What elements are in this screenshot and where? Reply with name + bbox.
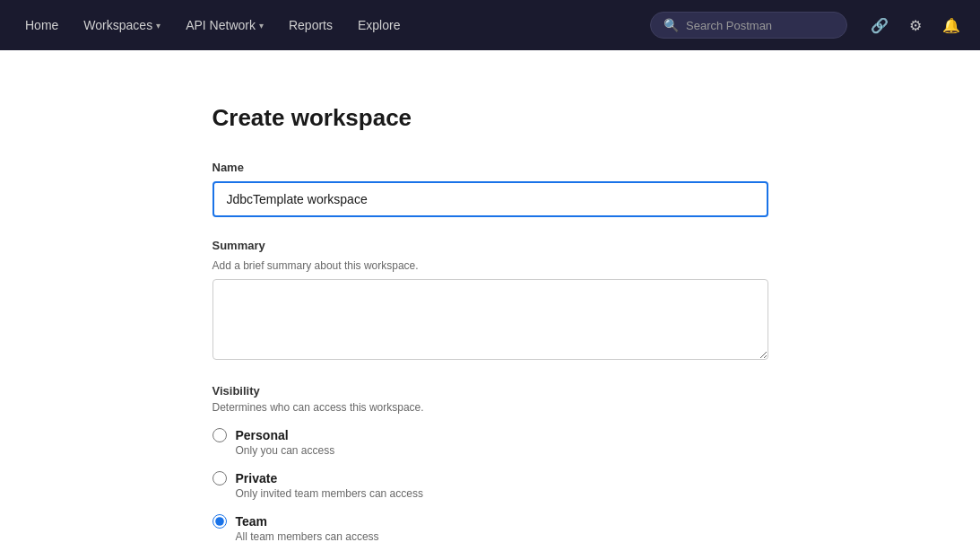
api-network-nav-item[interactable]: API Network ▾ [175,13,274,38]
summary-field-group: Summary Add a brief summary about this w… [212,239,768,363]
visibility-personal-label: Personal [236,428,289,442]
api-network-label: API Network [186,18,256,32]
workspaces-label: Workspaces [83,18,152,32]
nav-icons: 🔗 ⚙ 🔔 [865,11,966,39]
summary-textarea[interactable] [212,279,768,360]
workspaces-nav-item[interactable]: Workspaces ▾ [73,13,171,38]
visibility-private-radio[interactable] [212,471,227,485]
link-icon-button[interactable]: 🔗 [865,11,894,39]
workspaces-chevron-icon: ▾ [156,21,160,31]
search-icon: 🔍 [663,18,679,32]
explore-label: Explore [358,18,400,32]
visibility-team-option: Team All team members can access [212,514,768,543]
workspace-name-input[interactable] [212,181,768,217]
name-label: Name [212,161,768,174]
explore-nav-item[interactable]: Explore [347,13,411,38]
settings-icon-button[interactable]: ⚙ [901,11,930,39]
home-label: Home [25,18,58,32]
visibility-team-description: All team members can access [236,530,768,543]
visibility-personal-radio[interactable] [212,428,227,442]
visibility-hint: Determines who can access this workspace… [212,401,768,414]
create-workspace-form: Create workspace Name Summary Add a brie… [212,104,768,551]
api-network-chevron-icon: ▾ [259,21,264,31]
visibility-team-radio[interactable] [212,514,227,529]
visibility-private-option: Private Only invited team members can ac… [212,471,768,500]
name-field-group: Name [212,161,768,217]
home-nav-item[interactable]: Home [14,13,69,38]
visibility-personal-option: Personal Only you can access [212,428,768,457]
reports-nav-item[interactable]: Reports [278,13,343,38]
page-title: Create workspace [212,104,768,132]
visibility-personal-description: Only you can access [236,444,768,457]
bell-icon: 🔔 [942,17,960,34]
notifications-icon-button[interactable]: 🔔 [937,11,966,39]
link-icon: 🔗 [871,17,889,34]
reports-label: Reports [289,18,333,32]
search-bar[interactable]: 🔍 [650,12,847,39]
visibility-private-label: Private [236,471,278,485]
summary-label: Summary [212,239,768,252]
search-input[interactable] [686,19,834,32]
visibility-section: Visibility Determines who can access thi… [212,384,768,551]
summary-hint: Add a brief summary about this workspace… [212,259,768,272]
visibility-private-description: Only invited team members can access [236,487,768,500]
gear-icon: ⚙ [909,17,922,34]
visibility-title: Visibility [212,384,768,398]
visibility-team-label: Team [236,514,268,529]
topnav: Home Workspaces ▾ API Network ▾ Reports … [0,0,980,50]
main-content: Create workspace Name Summary Add a brie… [0,50,980,551]
